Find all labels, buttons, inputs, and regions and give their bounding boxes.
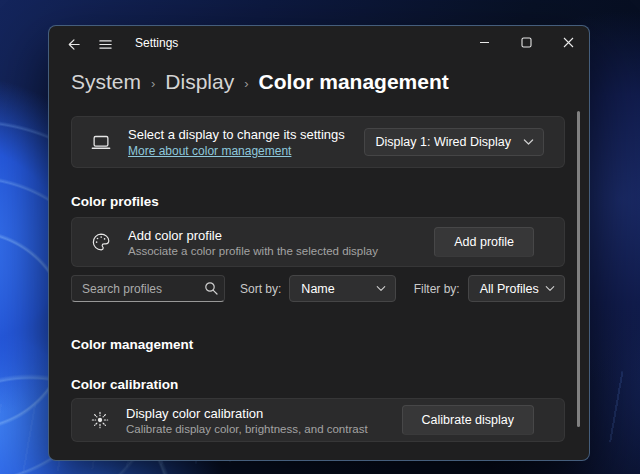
color-profiles-heading: Color profiles [71,194,589,209]
sort-by-value: Name [301,282,334,296]
display-select-dropdown[interactable]: Display 1: Wired Display [364,128,544,156]
laptop-display-icon [90,131,112,153]
filter-by-value: All Profiles [480,282,539,296]
sort-by-dropdown[interactable]: Name [289,275,395,302]
maximize-button[interactable] [505,26,547,59]
filter-by-label: Filter by: [414,282,460,296]
display-color-calibration-card: Display color calibration Calibrate disp… [71,398,565,442]
hamburger-menu-button[interactable] [89,28,121,60]
add-color-profile-text: Add color profile Associate a color prof… [128,228,378,257]
breadcrumb-display[interactable]: Display [165,70,234,94]
breadcrumb-system[interactable]: System [71,70,141,94]
add-profile-button[interactable]: Add profile [434,227,534,257]
close-icon [563,37,574,48]
chevron-down-icon [523,138,534,146]
breadcrumb: System › Display › Color management [49,62,589,100]
profiles-toolbar: Sort by: Name Filter by: All Profiles [71,275,565,302]
sort-by-label: Sort by: [240,282,281,296]
maximize-icon [521,37,532,48]
display-color-calibration-subtitle: Calibrate display color, brightness, and… [126,423,368,435]
search-profiles-field [71,275,225,302]
calibrate-display-button[interactable]: Calibrate display [402,405,534,435]
add-color-profile-title: Add color profile [128,228,378,243]
display-selector-title: Select a display to change its settings [128,127,345,142]
settings-window: Settings [48,25,590,461]
chevron-down-icon [545,285,555,292]
color-calibration-heading: Color calibration [71,377,589,392]
display-color-calibration-title: Display color calibration [126,406,368,421]
add-color-profile-card: Add color profile Associate a color prof… [71,217,565,267]
breadcrumb-chevron-icon: › [244,74,248,91]
display-select-value: Display 1: Wired Display [376,135,511,149]
vertical-scrollbar[interactable] [577,111,580,427]
window-title: Settings [135,36,178,50]
minimize-icon [479,37,490,48]
palette-icon [90,231,112,253]
window-controls [463,26,589,59]
display-color-calibration-text: Display color calibration Calibrate disp… [126,406,368,435]
filter-by-dropdown[interactable]: All Profiles [468,275,565,302]
search-profiles-input[interactable] [71,275,225,302]
display-selector-text: Select a display to change its settings … [128,127,345,158]
screen: Settings [0,0,640,474]
calibration-sun-icon [90,410,110,430]
more-about-color-management-link[interactable]: More about color management [128,144,345,158]
chevron-down-icon [376,285,386,292]
add-color-profile-subtitle: Associate a color profile with the selec… [128,245,378,257]
color-management-heading: Color management [71,337,589,352]
back-arrow-icon [66,37,81,52]
titlebar: Settings [49,26,589,62]
close-button[interactable] [547,26,589,59]
breadcrumb-chevron-icon: › [151,74,155,91]
display-selector-card: Select a display to change its settings … [71,116,565,168]
page-title: Color management [259,70,449,94]
back-button[interactable] [57,28,89,60]
hamburger-icon [98,37,113,52]
minimize-button[interactable] [463,26,505,59]
